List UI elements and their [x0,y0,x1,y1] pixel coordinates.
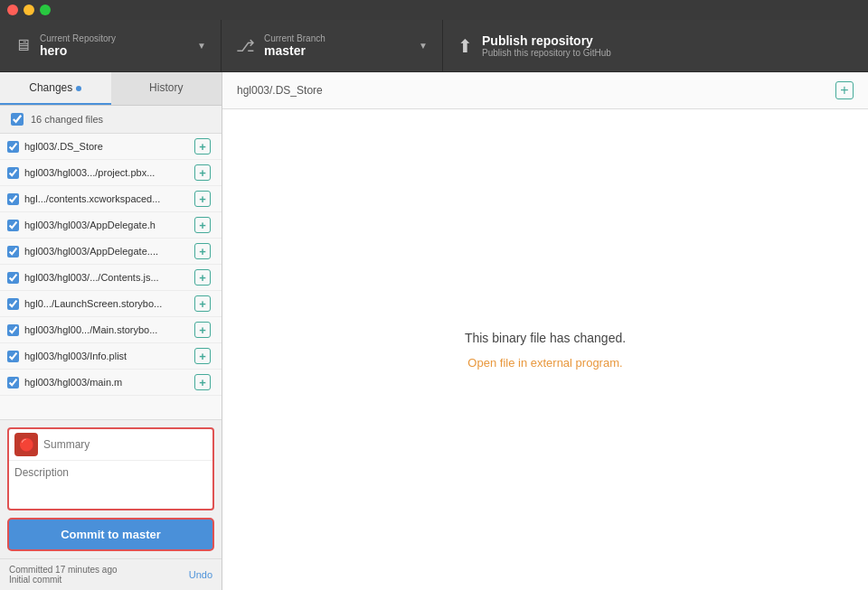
publish-subtitle: Publish this repository to GitHub [482,48,611,58]
file-name: hgl003/hgl003/AppDelegate.h [24,220,189,230]
avatar: 🔴 [14,433,38,456]
tab-history[interactable]: History [111,72,222,105]
binary-message: This binary file has changed. [465,331,626,345]
publish-title: Publish repository [482,33,611,48]
description-input[interactable] [9,461,212,506]
file-checkbox[interactable] [7,167,19,179]
toolbar: 🖥 Current Repository hero ▼ ⎇ Current Br… [0,20,868,72]
file-add-icon: + [194,138,211,155]
list-item[interactable]: hgl003/.DS_Store + [0,134,222,160]
select-all-checkbox[interactable] [11,113,24,126]
list-item[interactable]: hgl0.../LaunchScreen.storybo... + [0,291,222,317]
file-add-icon: + [194,269,211,286]
branch-name: master [264,43,410,58]
file-add-icon: + [194,191,211,207]
content-filename: hgl003/.DS_Store [237,84,323,97]
file-add-icon: + [194,374,211,390]
publish-text: Publish repository Publish this reposito… [482,33,611,58]
repo-section[interactable]: 🖥 Current Repository hero ▼ [0,20,222,71]
list-item[interactable]: hgl.../contents.xcworkspaced... + [0,186,222,212]
avatar-icon: 🔴 [19,437,34,452]
file-name: hgl003/.DS_Store [24,141,189,152]
list-item[interactable]: hgl003/hgl003.../project.pbx... + [0,160,222,186]
commit-input-wrapper: 🔴 [7,427,214,510]
sidebar: Changes History 16 changed files hgl003/… [0,72,222,590]
summary-input[interactable] [43,438,207,451]
tab-changes[interactable]: Changes [0,72,111,105]
content-add-button[interactable]: + [835,81,854,99]
footer-commit-info: Committed 17 minutes ago Initial commit [9,565,118,585]
close-button[interactable] [7,5,18,15]
file-add-icon: + [194,322,211,338]
commit-summary-row: 🔴 [9,429,212,461]
branch-chevron-icon: ▼ [419,41,428,51]
file-list: hgl003/.DS_Store + hgl003/hgl003.../proj… [0,134,222,419]
file-checkbox[interactable] [7,324,19,336]
file-checkbox[interactable] [7,193,19,205]
file-name: hgl003/hgl003/.../Contents.js... [24,272,189,283]
title-bar [0,0,868,20]
file-name: hgl0.../LaunchScreen.storybo... [24,298,189,309]
file-checkbox[interactable] [7,141,19,153]
file-add-icon: + [194,217,211,233]
minimize-button[interactable] [24,5,34,15]
repo-label: Current Repository [40,33,188,43]
file-checkbox[interactable] [7,220,19,231]
file-add-icon: + [194,164,211,181]
sidebar-footer: Committed 17 minutes ago Initial commit … [0,558,222,590]
main-layout: Changes History 16 changed files hgl003/… [0,72,868,590]
maximize-button[interactable] [40,5,51,15]
publish-icon: ⬆ [458,35,473,57]
file-checkbox[interactable] [7,298,19,310]
file-name: hgl.../contents.xcworkspaced... [24,193,189,204]
list-item[interactable]: hgl003/hgl003/main.m + [0,370,222,396]
content-header: hgl003/.DS_Store + [222,72,868,109]
undo-button[interactable]: Undo [189,569,212,580]
commit-button[interactable]: Commit to master [7,518,214,551]
open-external-link[interactable]: Open file in external program. [467,356,622,370]
file-name: hgl003/hgl003/Info.plist [24,351,189,361]
committed-text: Committed 17 minutes ago [9,565,118,575]
branch-label: Current Branch [264,33,410,43]
file-add-icon: + [194,243,211,259]
file-add-icon: + [194,348,211,364]
file-name: hgl003/hgl003.../project.pbx... [24,167,189,178]
commit-area: 🔴 Commit to master [0,419,222,558]
list-item[interactable]: hgl003/hgl00.../Main.storybo... + [0,317,222,343]
branch-text: Current Branch master [264,33,410,58]
branch-section[interactable]: ⎇ Current Branch master ▼ [222,20,443,71]
repo-icon: 🖥 [14,36,31,55]
file-name: hgl003/hgl003/main.m [24,377,189,388]
file-add-icon: + [194,295,211,312]
publish-section[interactable]: ⬆ Publish repository Publish this reposi… [443,20,868,71]
list-item[interactable]: hgl003/hgl003/.../Contents.js... + [0,265,222,291]
content-area: hgl003/.DS_Store + This binary file has … [222,72,868,590]
changed-files-label: 16 changed files [31,114,103,125]
file-name: hgl003/hgl003/AppDelegate.... [24,246,189,257]
file-checkbox[interactable] [7,246,19,258]
changes-dot [76,86,81,91]
file-name: hgl003/hgl00.../Main.storybo... [24,324,189,335]
repo-text: Current Repository hero [40,33,188,58]
branch-icon: ⎇ [236,36,255,56]
file-checkbox[interactable] [7,377,19,389]
repo-name: hero [40,43,188,58]
file-checkbox[interactable] [7,351,19,362]
list-item[interactable]: hgl003/hgl003/Info.plist + [0,343,222,370]
list-item[interactable]: hgl003/hgl003/AppDelegate.h + [0,212,222,239]
repo-chevron-icon: ▼ [197,41,206,51]
changed-files-header: 16 changed files [0,106,222,134]
list-item[interactable]: hgl003/hgl003/AppDelegate.... + [0,239,222,265]
tab-bar: Changes History [0,72,222,106]
file-checkbox[interactable] [7,272,19,284]
initial-commit-text: Initial commit [9,575,118,585]
content-body: This binary file has changed. Open file … [222,109,868,590]
